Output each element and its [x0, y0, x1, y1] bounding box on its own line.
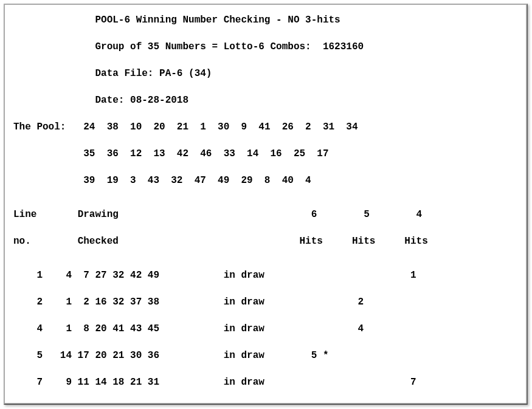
datafile-line: Data File: PA-6 (34): [13, 67, 518, 80]
col-header-1: Line Drawing 6 5 4: [13, 208, 518, 221]
table-row: 1 4 7 27 32 42 49 in draw 1: [13, 269, 518, 282]
title-line: POOL-6 Winning Number Checking - NO 3-hi…: [13, 13, 518, 27]
report-body: POOL-6 Winning Number Checking - NO 3-hi…: [13, 13, 518, 405]
pool-row-3: 39 19 3 43 32 47 49 29 8 40 4: [13, 174, 518, 187]
date-line: Date: 08-28-2018: [13, 94, 518, 107]
pool-row-2: 35 36 12 13 42 46 33 14 16 25 17: [13, 147, 518, 160]
table-row: 5 14 17 20 21 30 36 in draw 5 *: [13, 349, 518, 362]
col-header-2: no. Checked Hits Hits Hits: [13, 235, 518, 248]
table-row: 4 1 8 20 41 43 45 in draw 4: [13, 322, 518, 335]
pool-row-1: The Pool: 24 38 10 20 21 1 30 9 41 26 2 …: [13, 120, 518, 134]
report-frame: POOL-6 Winning Number Checking - NO 3-hi…: [4, 4, 528, 405]
group-line: Group of 35 Numbers = Lotto-6 Combos: 16…: [13, 40, 518, 53]
table-row: 7 9 11 14 18 21 31 in draw 7: [13, 376, 518, 389]
table-row: 2 1 2 16 32 37 38 in draw 2: [13, 295, 518, 309]
title: POOL-6 Winning Number Checking - NO 3-hi…: [95, 15, 340, 26]
table-row: 8 10 13 24 34 39 47 in draw 8 *: [13, 402, 518, 405]
